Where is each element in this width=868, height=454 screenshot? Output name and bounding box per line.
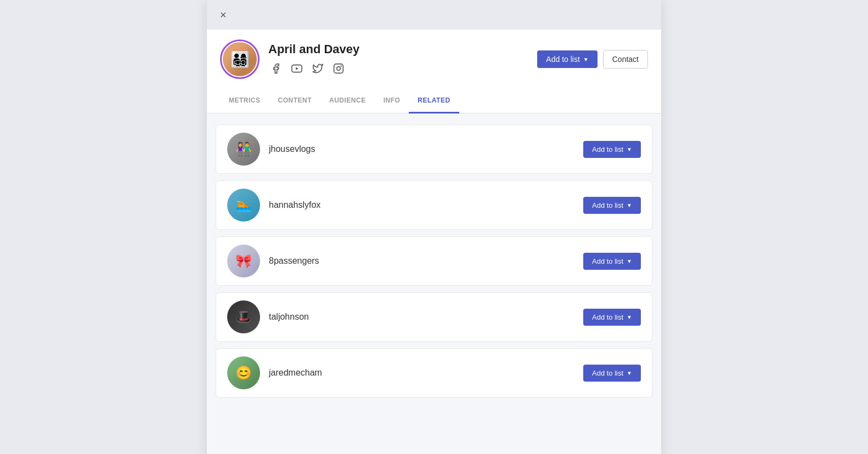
chevron-icon-4: ▼ xyxy=(627,370,632,376)
svg-point-2 xyxy=(337,67,341,71)
top-bar: × xyxy=(207,0,661,30)
close-button[interactable]: × xyxy=(216,7,231,24)
svg-marker-0 xyxy=(296,67,298,70)
item-username-8passengers: 8passengers xyxy=(269,256,583,266)
related-item: 😊 jaredmecham Add to list ▼ xyxy=(216,348,652,398)
item-username-hannahslyfox: hannahslyfox xyxy=(269,200,583,210)
related-item: 🏊 hannahslyfox Add to list ▼ xyxy=(216,180,652,230)
add-to-list-button-hannahslyfox[interactable]: Add to list ▼ xyxy=(583,197,641,214)
instagram-icon[interactable] xyxy=(331,61,346,76)
avatar: 👨‍👩‍👧‍👦 xyxy=(223,42,257,76)
item-avatar-hannahslyfox: 🏊 xyxy=(227,189,260,222)
item-avatar-8passengers: 🎀 xyxy=(227,245,260,277)
contact-button[interactable]: Contact xyxy=(603,50,648,69)
related-item: 🎀 8passengers Add to list ▼ xyxy=(216,236,652,286)
social-icons xyxy=(268,61,537,76)
tab-related[interactable]: RELATED xyxy=(409,89,459,114)
related-item: 🎩 taljohnson Add to list ▼ xyxy=(216,292,652,342)
main-panel: × 👨‍👩‍👧‍👦 April and Davey xyxy=(207,0,661,454)
profile-header: 👨‍👩‍👧‍👦 April and Davey xyxy=(207,30,661,89)
add-to-list-label-0: Add to list xyxy=(592,145,623,154)
add-to-list-button-taljohnson[interactable]: Add to list ▼ xyxy=(583,309,641,326)
header-add-to-list-chevron: ▼ xyxy=(583,56,589,63)
item-username-taljohnson: taljohnson xyxy=(269,312,583,322)
tab-info[interactable]: INFO xyxy=(375,89,409,114)
facebook-icon[interactable] xyxy=(268,61,284,76)
chevron-icon-0: ▼ xyxy=(627,146,632,152)
tabs-bar: METRICS CONTENT AUDIENCE INFO RELATED xyxy=(207,89,661,114)
item-avatar-taljohnson: 🎩 xyxy=(227,300,260,333)
avatar-wrapper: 👨‍👩‍👧‍👦 xyxy=(220,39,260,79)
related-item: 👫 jhousevlogs Add to list ▼ xyxy=(216,124,652,174)
profile-name: April and Davey xyxy=(268,42,537,56)
tab-metrics[interactable]: METRICS xyxy=(220,89,269,114)
chevron-icon-2: ▼ xyxy=(627,258,632,264)
item-avatar-jaredmecham: 😊 xyxy=(227,356,260,389)
add-to-list-button-jaredmecham[interactable]: Add to list ▼ xyxy=(583,365,641,382)
item-username-jaredmecham: jaredmecham xyxy=(269,368,583,378)
chevron-icon-3: ▼ xyxy=(627,314,632,320)
add-to-list-label-1: Add to list xyxy=(592,201,623,209)
contact-label: Contact xyxy=(612,55,639,64)
tab-content[interactable]: CONTENT xyxy=(269,89,321,114)
svg-rect-1 xyxy=(334,64,343,73)
add-to-list-label-4: Add to list xyxy=(592,369,623,377)
profile-info: April and Davey xyxy=(268,42,537,76)
related-content-area: 👫 jhousevlogs Add to list ▼ 🏊 hannahslyf… xyxy=(207,114,661,454)
add-to-list-button-8passengers[interactable]: Add to list ▼ xyxy=(583,253,641,270)
svg-point-3 xyxy=(341,66,341,66)
add-to-list-label-3: Add to list xyxy=(592,313,623,321)
header-add-to-list-button[interactable]: Add to list ▼ xyxy=(537,50,597,68)
add-to-list-label-2: Add to list xyxy=(592,257,623,265)
tab-audience[interactable]: AUDIENCE xyxy=(320,89,375,114)
youtube-icon[interactable] xyxy=(289,61,305,76)
twitter-icon[interactable] xyxy=(310,61,325,76)
item-avatar-jhousevlogs: 👫 xyxy=(227,133,260,166)
item-username-jhousevlogs: jhousevlogs xyxy=(269,144,583,154)
header-actions: Add to list ▼ Contact xyxy=(537,50,648,69)
chevron-icon-1: ▼ xyxy=(627,202,632,208)
add-to-list-button-jhousevlogs[interactable]: Add to list ▼ xyxy=(583,141,641,158)
header-add-to-list-label: Add to list xyxy=(546,55,579,64)
